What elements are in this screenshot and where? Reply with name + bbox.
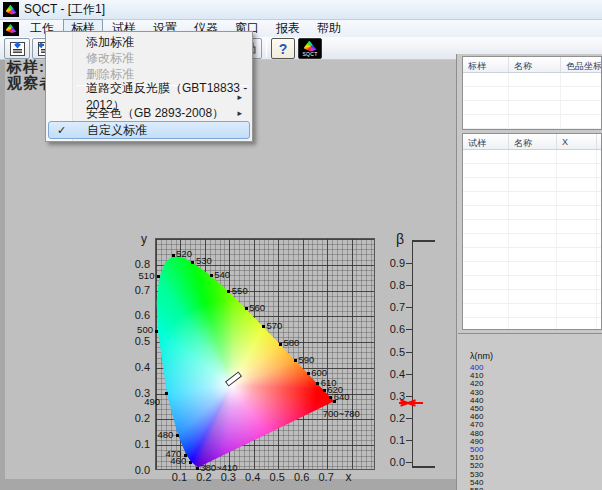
y-tick-label: 0.7 [124,284,150,296]
beta-marker-cross [400,400,416,407]
table-cell [463,220,509,234]
table-row[interactable] [463,192,601,206]
table-row[interactable] [463,318,601,330]
cie-horseshoe-gamut [156,239,374,469]
table-row[interactable] [463,101,601,115]
wavelength-value: 510 [470,454,602,462]
table-row[interactable] [463,164,601,178]
table-cell [509,276,557,290]
help-button[interactable]: ? [271,38,295,59]
submenu-arrow-icon: ▸ [237,108,242,118]
wavelength-value: 450 [470,405,602,413]
table-cell [597,220,602,234]
table-cell [597,276,602,290]
table-row[interactable] [463,304,601,318]
sqct-about-button[interactable]: SQCT [298,38,322,59]
sample-table[interactable]: 试样名称XY [462,133,602,330]
table-cell [509,178,557,192]
table-row[interactable] [463,248,601,262]
table-row[interactable] [463,73,601,87]
table-cell [561,73,602,87]
toolbar-separator [266,40,267,57]
dropdown-item-label: 修改标准 [86,50,134,67]
document-system-icon[interactable] [3,22,19,36]
table-cell [463,206,509,220]
beta-tick [406,307,412,308]
checkmark-icon: ✓ [57,124,66,137]
menu-报表[interactable]: 报表 [268,19,308,38]
column-header[interactable]: 标样 [463,57,509,72]
dropdown-item[interactable]: 添加标准 [48,34,250,50]
column-header[interactable]: 试样 [463,134,509,149]
table-row[interactable] [463,115,601,129]
table-row[interactable] [463,206,601,220]
table-cell [561,87,602,101]
import-standard-button[interactable] [4,38,30,59]
dropdown-item[interactable]: ✓自定义标准 [48,121,250,139]
table-row[interactable] [463,262,601,276]
dropdown-item-label: 自定义标准 [87,122,147,139]
column-header[interactable]: 色品坐标 [561,57,602,72]
table-cell [597,290,602,304]
table-cell [557,234,597,248]
table-header-row: 标样名称色品坐标 [463,57,601,73]
table-cell [509,220,557,234]
wavelength-value: 490 [470,438,602,446]
table-cell [557,318,597,330]
table-row[interactable] [463,290,601,304]
help-icon: ? [279,42,288,56]
document-down-arrow-icon [9,41,26,57]
beta-tick-label: 0.2 [375,412,405,424]
table-cell [463,192,509,206]
beta-tick-label: 0.8 [375,279,405,291]
menu-帮助[interactable]: 帮助 [309,19,349,38]
wavelength-value: 520 [470,462,602,470]
column-header[interactable]: X [557,134,597,149]
table-cell [557,164,597,178]
table-cell [509,73,561,87]
wavelength-value: 540 [470,479,602,487]
table-row[interactable] [463,87,601,101]
beta-axis-line [412,240,435,242]
table-cell [557,304,597,318]
table-cell [557,290,597,304]
column-header[interactable]: 名称 [509,134,557,149]
table-cell [463,150,509,164]
table-row[interactable] [463,220,601,234]
table-cell [561,101,602,115]
standard-table[interactable]: 标样名称色品坐标 [462,56,602,130]
table-row[interactable] [463,150,601,164]
window-left-edge [0,60,5,490]
table-cell [509,87,561,101]
y-tick-label: 0.6 [124,309,150,321]
beta-tick [406,263,412,264]
beta-axis-line [412,240,413,468]
dropdown-item[interactable]: 道路交通反光膜（GBT18833 - 2012）▸ [48,89,250,105]
column-header[interactable]: 名称 [509,57,561,72]
table-cell [509,248,557,262]
beta-tick [406,440,412,441]
y-tick-label: 0.1 [124,438,150,450]
table-cell [509,101,561,115]
beta-tick-label: 0.1 [375,434,405,446]
wavelength-value: 470 [470,421,602,429]
table-cell [597,262,602,276]
column-header[interactable]: Y [597,134,602,149]
table-row[interactable] [463,178,601,192]
table-cell [557,178,597,192]
beta-tick-label: 0.0 [375,456,405,468]
wavelength-header: λ(nm) [470,351,602,361]
table-cell [597,248,602,262]
sqct-logo-label: SQCT [302,52,317,57]
dropdown-item[interactable]: 修改标准 [48,50,250,66]
beta-tick-label: 0.9 [375,257,405,269]
table-row[interactable] [463,276,601,290]
wavelength-value: 530 [470,471,602,479]
wavelength-value: 500 [470,446,602,454]
dropdown-item[interactable]: 安全色（GB 2893-2008）▸ [48,105,250,121]
wavelength-value: 410 [470,372,602,380]
table-cell [557,206,597,220]
dropdown-item-label: 安全色（GB 2893-2008） [86,105,224,122]
table-row[interactable] [463,234,601,248]
wavelength-panel: λ(nm) 4004104204304404504604704804905005… [458,333,602,490]
